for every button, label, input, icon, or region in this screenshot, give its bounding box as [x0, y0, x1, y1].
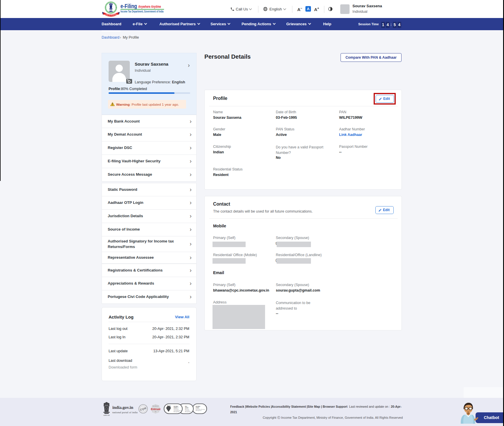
svg-text:22301: 22301	[185, 407, 189, 409]
svg-text:20000-1: 20000-1	[174, 407, 179, 409]
svg-text:INCOME TAX DEPARTMENT: INCOME TAX DEPARTMENT	[104, 15, 118, 16]
svg-text:Management: Management	[185, 411, 191, 412]
svg-text:सत्यमेव जयते: सत्यमेव जयते	[103, 414, 109, 416]
svg-text:Management: Management	[196, 410, 201, 411]
svg-text:Management: Management	[174, 411, 179, 412]
svg-text:Entrust: Entrust	[151, 407, 161, 411]
svg-text:27001: 27001	[196, 407, 199, 409]
svg-text:SECURED BY: SECURED BY	[153, 406, 159, 407]
svg-text:SSL: SSL	[155, 411, 156, 412]
